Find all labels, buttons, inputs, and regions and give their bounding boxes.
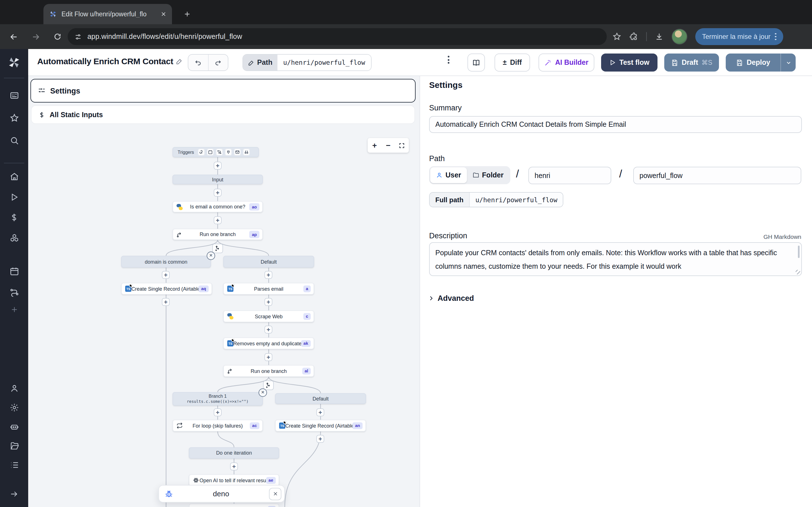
- email-icon[interactable]: [234, 149, 241, 156]
- deploy-button[interactable]: Deploy: [726, 54, 796, 71]
- sidebar-item-search[interactable]: [8, 134, 20, 147]
- sidebar-item-workspace[interactable]: [8, 89, 20, 101]
- ai-builder-button[interactable]: AI Builder: [539, 54, 594, 71]
- browser-menu-icon[interactable]: [775, 33, 776, 40]
- add-branch-button[interactable]: [212, 244, 223, 253]
- flow-node-scrape-web[interactable]: Scrape Web c: [223, 311, 314, 322]
- webhook-icon[interactable]: [198, 149, 205, 156]
- owner-input[interactable]: henri: [528, 167, 611, 184]
- draft-button[interactable]: Draft ⌘S: [664, 54, 719, 71]
- flow-branch-domain-is-common[interactable]: domain is common: [121, 256, 211, 268]
- flow-branch-1[interactable]: Branch 1 results.c.some((x)=>x!=""): [172, 392, 263, 406]
- scrollbar-thumb[interactable]: [798, 245, 800, 258]
- websocket-icon[interactable]: [225, 149, 232, 156]
- add-step-button[interactable]: [230, 462, 238, 470]
- flow-settings-tab[interactable]: Settings: [31, 79, 416, 103]
- route-icon[interactable]: [216, 149, 223, 156]
- back-button[interactable]: [5, 28, 22, 45]
- flow-name-input[interactable]: powerful_flow: [633, 167, 801, 184]
- site-settings-icon[interactable]: [74, 33, 82, 40]
- more-options-button[interactable]: [448, 56, 449, 64]
- description-textarea[interactable]: Populate your CRM contacts' details from…: [429, 242, 802, 276]
- remove-branch-button[interactable]: [259, 388, 267, 397]
- add-step-button[interactable]: [214, 408, 221, 416]
- all-static-inputs-tab[interactable]: All Static Inputs: [31, 105, 415, 124]
- browser-tab[interactable]: Edit Flow u/henri/powerful_flo: [43, 4, 172, 24]
- flow-node-removes-empty[interactable]: Removes empty and duplicates ak: [223, 337, 314, 349]
- add-step-button[interactable]: [162, 298, 170, 306]
- flow-node-run-one-branch-1[interactable]: Run one branch ap: [172, 229, 263, 240]
- flow-branch-default-1[interactable]: Default: [223, 256, 314, 268]
- folder-toggle-button[interactable]: Folder: [467, 167, 509, 183]
- docs-button[interactable]: [467, 54, 485, 71]
- url-bar[interactable]: app.windmill.dev/flows/edit/u/henri/powe…: [68, 28, 607, 45]
- flow-title[interactable]: Automatically Enrich CRM Contact: [37, 56, 183, 66]
- add-step-button[interactable]: [316, 435, 324, 443]
- diff-button[interactable]: ± Diff: [495, 54, 530, 71]
- add-step-button[interactable]: [214, 216, 221, 224]
- deploy-dropdown-button[interactable]: [781, 59, 796, 66]
- close-button[interactable]: [269, 488, 282, 500]
- browser-update-button[interactable]: Terminer la mise à jour: [695, 28, 783, 45]
- sidebar-item-folders[interactable]: [8, 439, 20, 452]
- flow-node-triggers[interactable]: Triggers: [172, 147, 259, 157]
- forward-button[interactable]: [27, 28, 44, 45]
- path-chip-value[interactable]: u/henri/powerful_flow: [277, 55, 371, 70]
- poll-icon[interactable]: [243, 149, 250, 156]
- sidebar-item-flows[interactable]: [8, 286, 20, 298]
- tab-close-icon[interactable]: [161, 11, 166, 17]
- windmill-logo[interactable]: [7, 56, 21, 69]
- advanced-section-toggle[interactable]: Advanced: [428, 294, 474, 302]
- flow-node-parses-email[interactable]: Parses email a: [223, 283, 314, 295]
- add-step-button[interactable]: [214, 162, 221, 170]
- add-step-button[interactable]: [264, 271, 272, 279]
- add-step-button[interactable]: [316, 408, 324, 416]
- sidebar-item-resources[interactable]: [8, 231, 20, 244]
- profile-avatar[interactable]: [672, 29, 688, 45]
- path-chip[interactable]: Path u/henri/powerful_flow: [243, 54, 371, 71]
- flow-node-for-loop[interactable]: For loop (skip failures) ac: [172, 420, 263, 432]
- user-toggle-button[interactable]: User: [430, 167, 467, 183]
- download-icon[interactable]: [655, 32, 664, 41]
- test-flow-button[interactable]: Test flow: [601, 54, 658, 71]
- add-step-button[interactable]: [264, 353, 272, 361]
- zoom-out-button[interactable]: −: [382, 138, 395, 153]
- flow-node-run-one-branch-2[interactable]: Run one branch al: [223, 365, 314, 377]
- reload-button[interactable]: [49, 28, 66, 45]
- extensions-icon[interactable]: [629, 32, 638, 41]
- schedule-icon[interactable]: [207, 149, 214, 156]
- flow-node-openai-relevance[interactable]: Open AI to tell if relevant result ae: [189, 474, 279, 486]
- flow-node-create-single-record-1[interactable]: Create Single Record (Airtable) aq: [121, 283, 212, 295]
- undo-button[interactable]: [188, 55, 208, 70]
- sidebar-expand-button[interactable]: [8, 488, 20, 500]
- user-icon: [436, 172, 443, 179]
- sidebar-item-add[interactable]: [8, 303, 20, 316]
- remove-branch-button[interactable]: [207, 251, 215, 260]
- add-step-button[interactable]: [264, 326, 272, 334]
- sidebar-item-workers[interactable]: [8, 420, 20, 433]
- add-step-button[interactable]: [214, 189, 221, 196]
- sidebar-item-schedules[interactable]: [8, 265, 20, 277]
- sidebar-item-settings[interactable]: [8, 401, 20, 413]
- bookmark-star-icon[interactable]: [612, 32, 621, 41]
- new-tab-button[interactable]: [181, 7, 194, 21]
- sidebar-item-home[interactable]: [8, 170, 20, 182]
- add-step-button[interactable]: [264, 298, 272, 306]
- redo-button[interactable]: [208, 55, 228, 70]
- flow-node-partial[interactable]: [189, 504, 279, 507]
- resize-handle[interactable]: [796, 270, 800, 274]
- add-step-button[interactable]: [162, 271, 170, 279]
- fullscreen-button[interactable]: [395, 138, 409, 153]
- sidebar-item-logs[interactable]: [8, 459, 20, 471]
- flow-node-input[interactable]: Input: [172, 175, 263, 184]
- flow-branch-default-2[interactable]: Default: [275, 393, 366, 404]
- zoom-in-button[interactable]: +: [368, 138, 382, 153]
- flow-node-is-email-common[interactable]: Is email a common one? ao: [172, 201, 263, 212]
- sidebar-item-favorites[interactable]: [8, 112, 20, 124]
- summary-input[interactable]: Automatically Enrich CRM Contact Details…: [429, 116, 802, 133]
- sidebar-item-variables[interactable]: [8, 211, 20, 224]
- sidebar-item-users[interactable]: [8, 382, 20, 394]
- flow-node-do-one-iteration[interactable]: Do one iteration: [189, 447, 279, 459]
- flow-node-create-single-record-2[interactable]: Create Single Record (Airtable) an: [275, 420, 366, 432]
- sidebar-item-runs[interactable]: [8, 191, 20, 203]
